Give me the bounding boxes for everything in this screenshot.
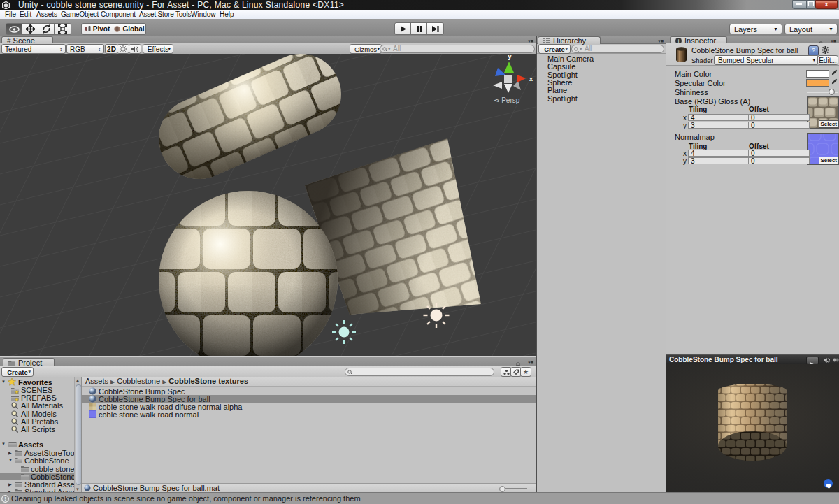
svg-text:!: ! [4, 496, 6, 502]
svg-text:x: x [529, 75, 533, 82]
svg-text:⋖ Persp: ⋖ Persp [494, 96, 520, 104]
svg-text:y: y [508, 54, 511, 60]
